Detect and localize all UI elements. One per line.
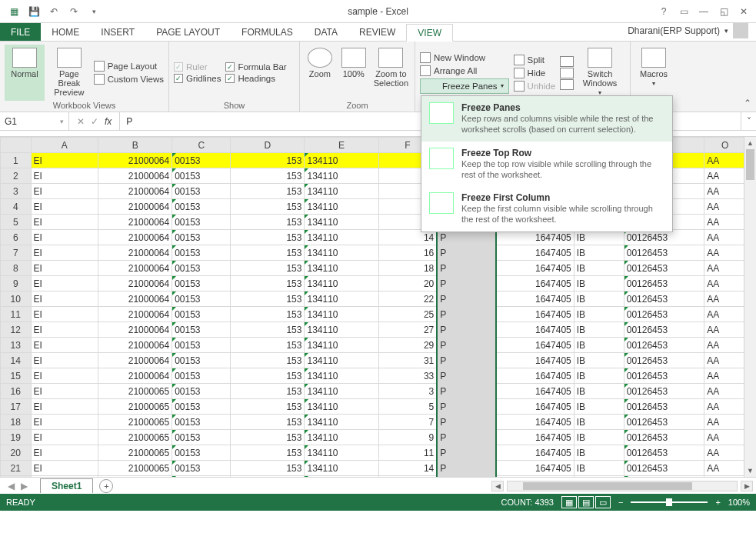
cell[interactable]: IB	[574, 291, 624, 307]
expand-formula-bar-icon[interactable]: ˅	[741, 112, 756, 130]
cell[interactable]: 153	[231, 445, 305, 461]
tab-insert[interactable]: INSERT	[90, 23, 145, 41]
cell[interactable]: 134110	[305, 384, 378, 399]
fx-icon[interactable]: fx	[105, 116, 112, 127]
row-header[interactable]: 3	[1, 184, 32, 199]
cell[interactable]: EI	[31, 307, 98, 322]
cell[interactable]: IB	[574, 430, 624, 445]
cell[interactable]: 5	[378, 399, 437, 415]
cell[interactable]: 134110	[305, 291, 378, 307]
zoom-button[interactable]: Zoom	[305, 45, 335, 101]
cell[interactable]: 21000064	[98, 353, 172, 368]
cell[interactable]: 25	[378, 307, 437, 322]
cell[interactable]: 21000064	[98, 338, 172, 353]
tab-page-layout[interactable]: PAGE LAYOUT	[145, 23, 231, 41]
cell[interactable]: 153	[231, 307, 305, 322]
cell[interactable]: EI	[31, 168, 98, 184]
cell[interactable]: 134110	[305, 368, 378, 384]
cell[interactable]: 153	[231, 384, 305, 399]
column-header-E[interactable]: E	[305, 138, 378, 153]
cell[interactable]: 21000064	[98, 322, 172, 338]
cell[interactable]: EI	[31, 153, 98, 168]
cell[interactable]: IB	[574, 353, 624, 368]
cell[interactable]: 1647405	[496, 430, 574, 445]
cell[interactable]: EI	[31, 461, 98, 476]
cell[interactable]: 21000065	[98, 399, 172, 415]
cell[interactable]: 00153	[172, 307, 231, 322]
row-header[interactable]: 10	[1, 291, 32, 307]
row-header[interactable]: 9	[1, 276, 32, 291]
cell[interactable]: AA	[704, 291, 746, 307]
tab-view[interactable]: VIEW	[406, 24, 453, 42]
cell[interactable]: EI	[31, 261, 98, 276]
add-sheet-button[interactable]: +	[99, 479, 113, 493]
cell[interactable]: 21000064	[98, 153, 172, 168]
cell[interactable]: AA	[704, 461, 746, 476]
cell[interactable]: 21000065	[98, 415, 172, 430]
zoom-slider[interactable]	[631, 501, 708, 503]
cell[interactable]: 21000064	[98, 261, 172, 276]
scrollbar-thumb[interactable]	[746, 149, 754, 180]
cell[interactable]: 134110	[305, 445, 378, 461]
user-name[interactable]: Dharani(ERP Support)	[628, 25, 720, 36]
cell[interactable]: 00153	[172, 476, 231, 478]
cell[interactable]: 134110	[305, 184, 378, 199]
sheet-nav-prev-icon[interactable]: ◀	[8, 481, 15, 491]
name-box[interactable]: G1▾	[0, 112, 69, 130]
split-button[interactable]: Split	[514, 55, 555, 65]
cell[interactable]: 00153	[172, 199, 231, 215]
cell[interactable]: 153	[231, 261, 305, 276]
row-header[interactable]: 16	[1, 384, 32, 399]
minimize-icon[interactable]: —	[694, 3, 713, 20]
cell[interactable]: 21000064	[98, 307, 172, 322]
cell[interactable]: IB	[574, 384, 624, 399]
cell[interactable]: 134110	[305, 476, 378, 478]
cell[interactable]: EI	[31, 215, 98, 230]
sheet-tab-sheet1[interactable]: Sheet1	[40, 478, 93, 493]
cell[interactable]: EI	[31, 338, 98, 353]
page-layout-button[interactable]: Page Layout	[94, 61, 164, 72]
freeze-first-column-option[interactable]: Freeze First ColumnKeep the first column…	[421, 186, 672, 232]
cell[interactable]: EI	[31, 245, 98, 261]
unhide-button[interactable]: Unhide	[514, 81, 555, 92]
cell[interactable]: 153	[231, 461, 305, 476]
avatar[interactable]	[733, 23, 748, 38]
cell[interactable]: 134110	[305, 338, 378, 353]
cell[interactable]: EI	[31, 291, 98, 307]
page-layout-view-icon[interactable]: ▤	[578, 496, 594, 508]
row-header[interactable]: 4	[1, 199, 32, 215]
cell[interactable]: 134110	[305, 415, 378, 430]
row-header[interactable]: 5	[1, 215, 32, 230]
redo-icon[interactable]: ↷	[65, 3, 83, 20]
cell[interactable]: 00153	[172, 353, 231, 368]
enter-formula-icon[interactable]: ✓	[91, 116, 98, 127]
cell[interactable]: AA	[704, 261, 746, 276]
cell[interactable]: 153	[231, 430, 305, 445]
cell[interactable]: 14	[378, 461, 437, 476]
cell[interactable]: 00153	[172, 153, 231, 168]
cell[interactable]: 153	[231, 322, 305, 338]
row-header[interactable]: 11	[1, 307, 32, 322]
cell[interactable]: IB	[574, 245, 624, 261]
zoom-in-icon[interactable]: +	[715, 498, 720, 507]
cell[interactable]: P	[437, 415, 495, 430]
column-header-C[interactable]: C	[172, 138, 231, 153]
cell[interactable]: 00153	[172, 184, 231, 199]
cell[interactable]: 153	[231, 368, 305, 384]
cell[interactable]: 16	[378, 476, 437, 478]
row-header[interactable]: 21	[1, 461, 32, 476]
cell[interactable]: 134110	[305, 399, 378, 415]
cell[interactable]: P	[437, 245, 495, 261]
cell[interactable]: 00126453	[624, 322, 704, 338]
close-icon[interactable]: ✕	[734, 3, 753, 20]
cell[interactable]: P	[437, 276, 495, 291]
cell[interactable]: 1647405	[496, 368, 574, 384]
row-header[interactable]: 20	[1, 445, 32, 461]
vertical-scrollbar[interactable]: ▲ ▼	[744, 137, 756, 477]
cell[interactable]: 153	[231, 245, 305, 261]
cell[interactable]: 31	[378, 353, 437, 368]
row-header[interactable]: 2	[1, 168, 32, 184]
cell[interactable]: 153	[231, 338, 305, 353]
cell[interactable]: 00153	[172, 338, 231, 353]
new-window-button[interactable]: New Window	[420, 52, 509, 63]
